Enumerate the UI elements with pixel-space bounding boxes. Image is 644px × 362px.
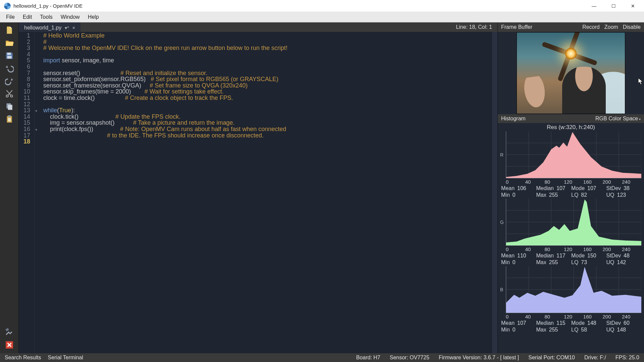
histogram-header: Histogram RGB Color Space [498,114,644,123]
histogram-b: B04080120160200240Mean107Median115Mode14… [498,266,644,334]
cursor-position: Line: 18, Col: 1 [450,22,497,32]
editor-tabbar: helloworld_1.py ▾* × Line: 18, Col: 1 [19,22,497,32]
menu-tools[interactable]: Tools [36,13,56,21]
frame-buffer-title: Frame Buffer [501,24,532,30]
editor-tab-label: helloworld_1.py [24,25,61,31]
menu-file[interactable]: File [2,13,19,21]
status-serial: Serial Port: COM10 [528,355,575,361]
new-file-button[interactable] [2,24,16,36]
cut-button[interactable] [2,88,16,100]
redo-button[interactable] [2,75,16,87]
frame-buffer-view[interactable] [498,32,644,114]
disable-button[interactable]: Disable [623,24,641,30]
serial-terminal-tab[interactable]: Serial Terminal [48,355,84,361]
tab-unsaved-icon: ▾* [65,25,69,31]
window-close-button[interactable]: ✕ [623,0,643,12]
code-body[interactable]: # Hello World Example # # Welcome to the… [41,32,491,353]
paste-button[interactable] [2,114,16,125]
histogram-chart-g: G [506,199,641,246]
svg-rect-7 [8,115,11,117]
undo-button[interactable] [2,63,16,74]
svg-rect-9 [5,328,9,331]
svg-rect-8 [8,118,11,122]
status-bar: Search Results Serial Terminal Board: H7… [0,353,644,362]
line-gutter: 123456789101112131415161718 [19,32,35,353]
camera-frame [517,32,625,114]
stop-button[interactable] [2,339,16,351]
window-minimize-button[interactable]: — [584,0,604,12]
zoom-button[interactable]: Zoom [604,24,618,30]
window-title: helloworld_1.py - OpenMV IDE [13,3,83,9]
menu-bar: File Edit Tools Window Help [0,12,644,22]
editor-tab[interactable]: helloworld_1.py ▾* × [19,22,80,32]
menu-help[interactable]: Help [84,13,103,21]
svg-rect-5 [8,105,12,110]
app-icon [4,3,11,9]
histogram-g: G04080120160200240Mean110Median117Mode15… [498,199,644,266]
connect-button[interactable] [2,326,16,338]
window-titlebar: helloworld_1.py - OpenMV IDE — ☐ ✕ [0,0,644,12]
status-sensor: Sensor: OV7725 [390,355,429,361]
histogram-chart-r: R [506,131,641,178]
histogram-area: R04080120160200240Mean106Median107Mode10… [498,131,644,353]
status-firmware: Firmware Version: 3.6.7 - [ latest ] [439,355,519,361]
fold-column: ▾ ▾ [35,32,41,353]
search-results-tab[interactable]: Search Results [5,355,41,361]
status-drive: Drive: F:/ [584,355,606,361]
menu-window[interactable]: Window [57,13,84,21]
status-board: Board: H7 [356,355,380,361]
histogram-chart-b: B [506,266,641,313]
left-toolbar [0,22,19,353]
window-maximize-button[interactable]: ☐ [604,0,623,12]
status-fps: FPS: 25.0 [615,355,639,361]
record-button[interactable]: Record [582,24,600,30]
code-editor[interactable]: 123456789101112131415161718 ▾ ▾ # Hello … [19,32,497,353]
save-file-button[interactable] [2,50,16,61]
resolution-label: Res (w:320, h:240) [498,123,644,131]
tab-close-icon[interactable]: × [72,25,75,31]
copy-button[interactable] [2,101,16,112]
histogram-title: Histogram [501,116,526,122]
histogram-r: R04080120160200240Mean106Median107Mode10… [498,131,644,199]
svg-rect-0 [7,53,11,55]
menu-edit[interactable]: Edit [19,13,36,21]
open-file-button[interactable] [2,37,16,49]
editor-scrollbar[interactable] [491,32,497,353]
svg-rect-1 [7,56,11,59]
color-space-dropdown[interactable]: RGB Color Space [595,116,641,122]
frame-buffer-header: Frame Buffer Record Zoom Disable [498,22,644,32]
